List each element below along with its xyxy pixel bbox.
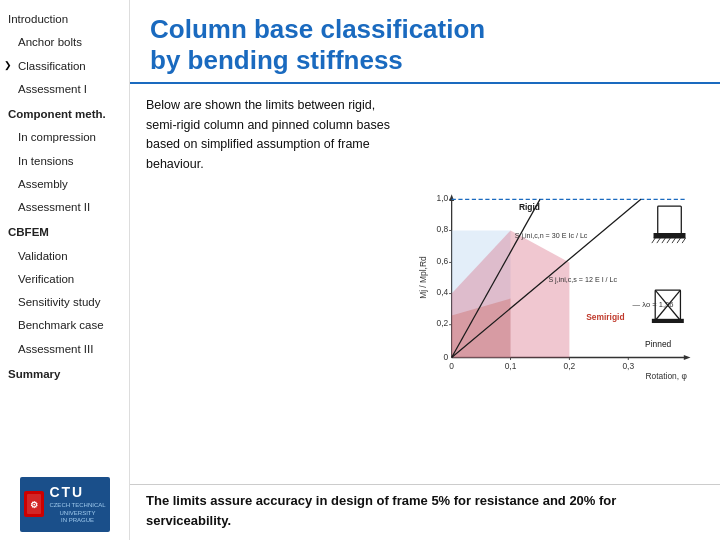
svg-line-41 (652, 238, 655, 243)
intro-text-block: Below are shown the limits between rigid… (146, 96, 406, 476)
svg-text:S j,ini,c,n = 30 E Ic / Lc: S j,ini,c,n = 30 E Ic / Lc (515, 232, 588, 240)
svg-text:0,2: 0,2 (564, 361, 576, 371)
sidebar-item-validation[interactable]: Validation (0, 245, 129, 268)
ctu-coat-icon: ⚙ (23, 490, 45, 518)
bottom-text-block: The limits assure accuracy in design of … (130, 484, 720, 540)
svg-line-45 (672, 238, 675, 243)
svg-text:0,1: 0,1 (505, 361, 517, 371)
svg-text:Semirigid: Semirigid (586, 312, 624, 322)
svg-line-47 (682, 238, 685, 243)
ctu-logo: ⚙ CTU CZECH TECHNICAL UNIVERSITY IN PRAG… (20, 477, 110, 532)
sidebar-item-in-tensions[interactable]: In tensions (0, 150, 129, 173)
svg-text:Pinned: Pinned (645, 340, 671, 350)
sidebar-item-verification[interactable]: Verification (0, 268, 129, 291)
svg-text:0,4: 0,4 (437, 287, 449, 297)
sidebar-item-component-meth[interactable]: Component meth. (0, 103, 129, 126)
chart-area: 1,0 0,8 0,6 0,4 0,2 0 0 0,1 0,2 0,3 (418, 96, 704, 476)
svg-rect-39 (654, 233, 686, 238)
sidebar-item-anchor-bolts[interactable]: Anchor bolts (0, 31, 129, 54)
sidebar-item-sensitivity-study[interactable]: Sensitivity study (0, 291, 129, 314)
sidebar-item-summary[interactable]: Summary (0, 363, 129, 386)
sidebar-item-in-compression[interactable]: In compression (0, 126, 129, 149)
sidebar-item-assessment-iii[interactable]: Assessment III (0, 338, 129, 361)
sidebar-item-benchmark-case[interactable]: Benchmark case (0, 314, 129, 337)
svg-text:Mj / Mpl,Rd: Mj / Mpl,Rd (418, 256, 428, 299)
page-title: Column base classification by bending st… (130, 0, 720, 84)
svg-text:0,6: 0,6 (437, 256, 449, 266)
sidebar-item-introduction[interactable]: Introduction (0, 8, 129, 31)
sidebar: Introduction Anchor bolts Classification… (0, 0, 130, 540)
classification-chart: 1,0 0,8 0,6 0,4 0,2 0 0 0,1 0,2 0,3 (418, 171, 704, 401)
svg-line-43 (662, 238, 665, 243)
logo-area: ⚙ CTU CZECH TECHNICAL UNIVERSITY IN PRAG… (0, 469, 129, 540)
svg-rect-51 (652, 319, 684, 323)
svg-rect-38 (658, 206, 682, 235)
sidebar-item-assembly[interactable]: Assembly (0, 173, 129, 196)
main-content: Column base classification by bending st… (130, 0, 720, 540)
svg-text:S j,ini,c,s = 12 E I  / Lc: S j,ini,c,s = 12 E I / Lc (548, 276, 617, 284)
svg-text:0,2: 0,2 (437, 319, 449, 329)
svg-text:1,0: 1,0 (437, 193, 449, 203)
intro-paragraph: Below are shown the limits between rigid… (146, 96, 406, 174)
svg-marker-24 (684, 355, 691, 360)
svg-text:0,8: 0,8 (437, 224, 449, 234)
content-area: Below are shown the limits between rigid… (130, 84, 720, 484)
svg-text:0: 0 (449, 361, 454, 371)
sidebar-item-cbfem[interactable]: CBFEM (0, 221, 129, 244)
sidebar-item-classification[interactable]: Classification (0, 55, 129, 78)
svg-text:0,3: 0,3 (622, 361, 634, 371)
svg-text:⚙: ⚙ (30, 500, 38, 510)
svg-text:0: 0 (444, 352, 449, 362)
svg-line-46 (677, 238, 680, 243)
svg-text:Rigid: Rigid (519, 202, 540, 212)
sidebar-item-assessment-i[interactable]: Assessment I (0, 78, 129, 101)
svg-line-44 (667, 238, 670, 243)
logo-ctu-text: CTU (49, 484, 105, 500)
svg-text:— λo = 1,36: — λo = 1,36 (633, 300, 674, 309)
logo-sub-text: CZECH TECHNICAL UNIVERSITY IN PRAGUE (49, 502, 105, 525)
svg-text:Rotation, φ: Rotation, φ (645, 371, 687, 381)
sidebar-item-assessment-ii[interactable]: Assessment II (0, 196, 129, 219)
svg-marker-23 (449, 194, 454, 201)
svg-line-42 (657, 238, 660, 243)
